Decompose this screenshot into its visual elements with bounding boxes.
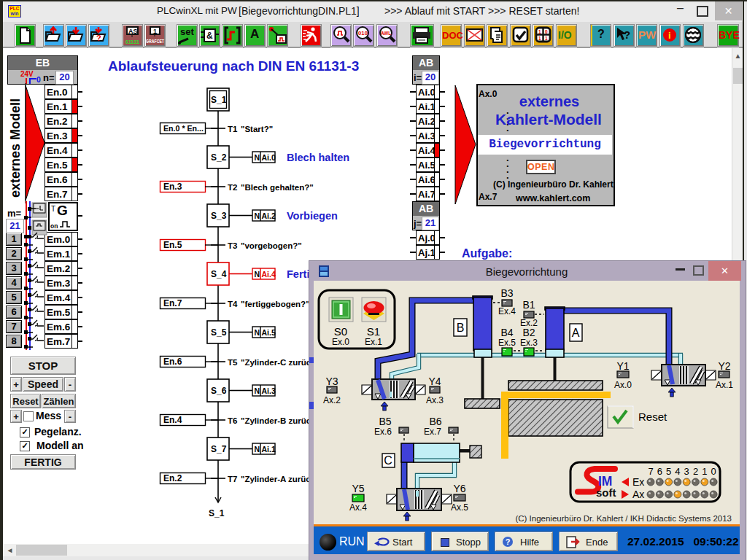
svg-text:7: 7: [648, 466, 653, 477]
svg-text:B4: B4: [500, 327, 513, 338]
svg-text:Ax.4: Ax.4: [349, 502, 367, 513]
svg-text:En.3: En.3: [163, 182, 182, 192]
svg-text:B1: B1: [522, 299, 535, 311]
svg-text:A: A: [572, 327, 580, 339]
svg-text:C: C: [384, 454, 392, 467]
svg-text:En.6: En.6: [163, 357, 182, 367]
svg-text:"Blech gehalten?": "Blech gehalten?": [241, 183, 314, 192]
svg-text:N: N: [255, 153, 260, 162]
svg-text:4: 4: [675, 466, 680, 477]
svg-text:S_5: S_5: [211, 327, 227, 338]
svg-text:S_4: S_4: [211, 269, 227, 279]
svg-text:Ablaufsteuerung nach DIN EN 61: Ablaufsteuerung nach DIN EN 61131-3: [108, 58, 359, 74]
svg-text:AS: AS: [128, 28, 138, 35]
svg-text:Ex.1: Ex.1: [365, 337, 382, 347]
svg-text:0: 0: [711, 466, 716, 477]
svg-text:En.0 * En...: En.0 * En...: [163, 124, 204, 133]
svg-text:i: i: [668, 30, 671, 41]
svg-text:S_1: S_1: [211, 95, 227, 105]
svg-text:Ax.1: Ax.1: [716, 380, 733, 390]
svg-text:&: &: [206, 31, 213, 41]
svg-text:B: B: [457, 322, 465, 334]
svg-text:61131: 61131: [125, 39, 139, 45]
svg-text:3: 3: [684, 466, 689, 477]
svg-text:Blech halten: Blech halten: [287, 152, 349, 163]
svg-text:S0: S0: [334, 325, 347, 338]
svg-text:En.4: En.4: [163, 415, 182, 425]
svg-text:1: 1: [702, 466, 707, 477]
svg-text:Ax.3: Ax.3: [426, 395, 444, 405]
svg-text:N: N: [255, 328, 260, 337]
svg-text:B2: B2: [522, 327, 535, 338]
svg-text:Ai.0: Ai.0: [262, 153, 276, 162]
svg-text:Ex.5: Ex.5: [498, 338, 516, 348]
svg-text:S_6: S_6: [211, 386, 227, 396]
svg-text:S_3: S_3: [211, 211, 227, 221]
svg-text:?: ?: [624, 28, 630, 41]
svg-text:T4: T4: [228, 300, 238, 308]
svg-text:Y5: Y5: [352, 483, 364, 494]
svg-text:B3: B3: [500, 287, 513, 299]
svg-text:T6: T6: [228, 416, 237, 425]
svg-text:1: 1: [538, 36, 541, 41]
svg-text:Ex: Ex: [632, 476, 644, 488]
svg-text:0: 0: [545, 29, 548, 34]
svg-text:T7: T7: [228, 475, 237, 483]
svg-text:GRAFCET: GRAFCET: [146, 38, 164, 44]
svg-text:Y4: Y4: [428, 376, 441, 387]
svg-text:Ax: Ax: [632, 489, 644, 500]
svg-text:Ai.1: Ai.1: [262, 445, 276, 454]
svg-text:B5: B5: [379, 416, 391, 427]
svg-text:Ai.2: Ai.2: [262, 211, 276, 220]
svg-text:set: set: [180, 26, 194, 37]
svg-text:(C) Ingenieurbüro Dr. Kahlert: (C) Ingenieurbüro Dr. Kahlert / IKH Dida…: [515, 514, 732, 523]
svg-text:Ex.6: Ex.6: [374, 427, 392, 437]
svg-text:T5: T5: [228, 358, 238, 367]
svg-text:Ai.3: Ai.3: [262, 386, 276, 395]
svg-text:"vorgebogen?": "vorgebogen?": [241, 241, 302, 250]
svg-text:Ax.0: Ax.0: [614, 380, 632, 390]
svg-text:S_7: S_7: [211, 444, 227, 454]
svg-text:Ai.5: Ai.5: [262, 328, 276, 337]
svg-text:2: 2: [693, 466, 698, 477]
svg-text:"Start?": "Start?": [241, 125, 273, 133]
svg-text:Y6: Y6: [453, 483, 465, 494]
svg-text:Y2: Y2: [718, 360, 730, 372]
svg-text:Ex.4: Ex.4: [498, 306, 516, 316]
svg-text:Ex.0: Ex.0: [332, 337, 349, 347]
svg-text:T2: T2: [228, 183, 237, 192]
svg-text:Ax.5: Ax.5: [451, 502, 468, 513]
svg-text:Ai.4: Ai.4: [262, 270, 276, 279]
svg-text:AWL: AWL: [381, 30, 391, 36]
svg-text:S1: S1: [367, 325, 380, 338]
svg-text:6: 6: [657, 466, 662, 477]
svg-text:5: 5: [666, 466, 671, 477]
svg-text:En.7: En.7: [163, 298, 182, 308]
svg-text:Vorbiegen: Vorbiegen: [287, 210, 338, 222]
svg-text:?: ?: [96, 34, 101, 42]
svg-text:Ax.2: Ax.2: [323, 395, 341, 405]
svg-text:soft: soft: [596, 486, 616, 499]
svg-text:T1: T1: [228, 125, 238, 133]
svg-text:N: N: [255, 445, 260, 454]
svg-text:1: 1: [153, 28, 157, 35]
svg-text:1: 1: [545, 36, 548, 41]
svg-text:S_2: S_2: [211, 152, 227, 163]
svg-text:En.5: En.5: [163, 240, 182, 250]
svg-text:En.2: En.2: [163, 473, 182, 483]
svg-text:Ex.3: Ex.3: [520, 338, 538, 348]
svg-text:N: N: [255, 386, 260, 395]
svg-text:Reset: Reset: [638, 411, 667, 423]
svg-text:B6: B6: [429, 416, 441, 427]
svg-text:"fertiggebogen?": "fertiggebogen?": [241, 300, 310, 308]
svg-text:010: 010: [358, 30, 368, 36]
svg-text:N: N: [255, 270, 260, 279]
svg-text:Ex.7: Ex.7: [424, 427, 441, 437]
svg-text:Y3: Y3: [325, 376, 338, 387]
svg-text:S_1: S_1: [209, 508, 225, 518]
svg-text:1: 1: [538, 29, 541, 34]
svg-text:Y1: Y1: [616, 360, 629, 372]
svg-text:T3: T3: [228, 241, 237, 250]
svg-text:N: N: [255, 211, 260, 220]
